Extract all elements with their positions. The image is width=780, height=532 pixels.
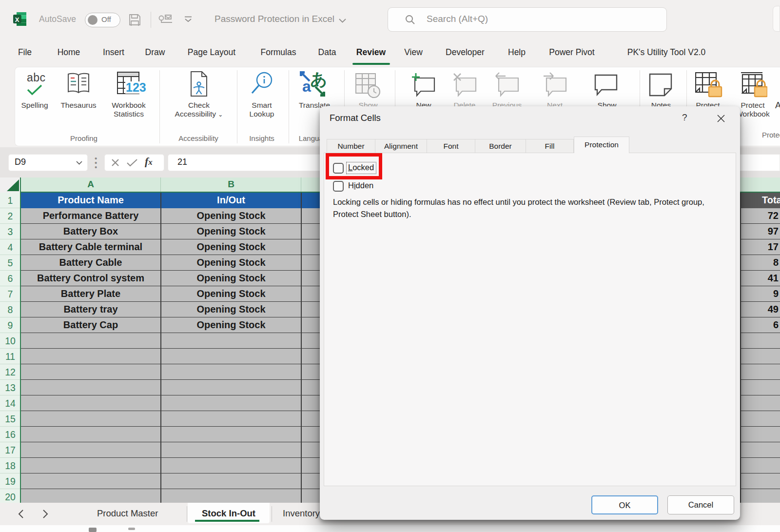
svg-text:a: a [302, 78, 311, 95]
svg-text:X: X [15, 16, 20, 23]
svg-text:あ: あ [311, 70, 327, 88]
